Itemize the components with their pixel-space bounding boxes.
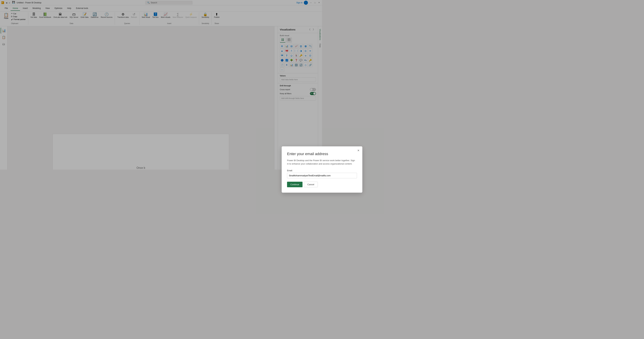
modal-description: Power BI Desktop and the Power BI servic… [287, 159, 322, 165]
email-label: Email: [287, 169, 322, 170]
modal-overlay: ✕ Enter your email address Power BI Desk… [0, 0, 322, 170]
modal-title: Enter your email address [287, 152, 322, 156]
email-dialog: ✕ Enter your email address Power BI Desk… [282, 146, 322, 170]
